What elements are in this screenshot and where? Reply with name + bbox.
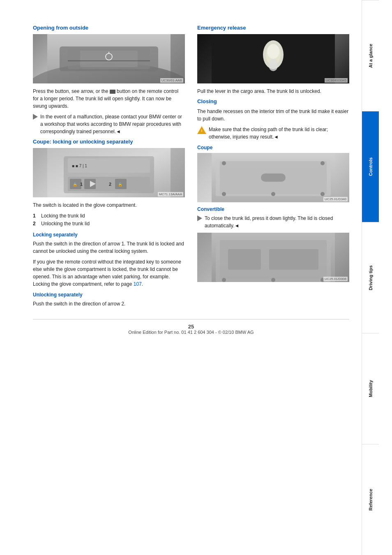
closing-heading: Closing (197, 98, 349, 104)
svg-point-30 (222, 192, 226, 196)
trunk-outside-image: UC30/01-AAB (33, 34, 185, 83)
svg-rect-39 (269, 249, 318, 270)
svg-rect-38 (228, 249, 261, 270)
unlocking-para: Push the switch in the direction of arro… (33, 300, 185, 308)
convertible-section: Convertible To close the trunk lid, pres… (197, 206, 349, 282)
svg-point-25 (267, 44, 279, 59)
footer-text: Online Edition for Part no. 01 41 2 604 … (128, 330, 254, 335)
glove-compartment-image: ■ ■ 7 | 1 🔒 1 2 (33, 148, 185, 197)
glove-image-label: MC71.13A/AAA (158, 192, 183, 197)
coupe-label: Coupe (197, 145, 349, 150)
svg-text:🔒: 🔒 (73, 182, 78, 187)
opening-para: Press the button, see arrow, or the butt… (33, 88, 185, 110)
closing-section: Closing The handle recesses on the inter… (197, 98, 349, 141)
svg-text:■ ■ 7 | 1: ■ ■ 7 | 1 (72, 164, 87, 168)
svg-point-32 (321, 192, 325, 196)
closing-para: The handle recesses on the interior trim… (197, 108, 349, 123)
left-column: Opening from outside (33, 25, 185, 311)
opening-heading: Opening from outside (33, 25, 185, 31)
svg-rect-29 (261, 173, 286, 182)
convertible-note-text: To close the trunk lid, press it down li… (205, 215, 349, 229)
list-item-2: 2 Unlocking the trunk lid (33, 220, 185, 228)
sidebar-tab-mobility[interactable]: Mobility (362, 333, 379, 444)
locking-para1: Push the switch in the direction of arro… (33, 240, 185, 255)
emergency-heading: Emergency release (197, 25, 349, 31)
coupe-section: Coupe: locking or unlocking separately (33, 139, 185, 308)
svg-point-33 (222, 161, 226, 165)
coupe-close-label: UC25.01/D340 (323, 197, 348, 201)
emergency-para: Pull the lever in the cargo area. The tr… (197, 88, 349, 95)
coupe-switch-para: The switch is located in the glove compa… (33, 201, 185, 209)
page-number: 25 (188, 324, 194, 330)
trunk-lid-list: 1 Locking the trunk lid 2 Unlocking the … (33, 212, 185, 228)
sidebar-tab-driving-tips[interactable]: Driving tips (362, 222, 379, 333)
sidebar-tab-at-a-glance[interactable]: At a glance (362, 0, 379, 111)
emergency-section: Emergency release UC30/E03345 (197, 25, 349, 95)
svg-text:🔓: 🔓 (118, 182, 123, 187)
sidebar-tab-controls[interactable]: Controls (362, 111, 379, 222)
emergency-image: UC30/E03345 (197, 34, 349, 83)
page-footer: 25 Online Edition for Part no. 01 41 2 6… (33, 319, 349, 335)
opening-section: Opening from outside (33, 25, 185, 135)
closing-warning-box: ! Make sure that the closing path of the… (197, 126, 349, 141)
svg-point-34 (321, 161, 325, 165)
note-play-icon (33, 114, 38, 120)
opening-note-box: In the event of a malfunction, please co… (33, 113, 185, 135)
convertible-note-box: To close the trunk lid, press it down li… (197, 215, 349, 229)
main-content: Opening from outside (0, 0, 362, 555)
right-sidebar: At a glance Controls Driving tips Mobili… (362, 0, 379, 555)
sidebar-tab-reference[interactable]: Reference (362, 444, 379, 555)
trunk-image-label: UC30/01-AAB (160, 78, 183, 83)
unlocking-heading: Unlocking separately (33, 292, 185, 298)
coupe-close-section: Coupe (197, 145, 349, 202)
opening-note-text: In the event of a malfunction, please co… (40, 113, 185, 135)
convertible-heading: Convertible (197, 206, 349, 212)
right-column: Emergency release UC30/E03345 (197, 25, 349, 311)
convertible-image: UC25.01/D006 (197, 233, 349, 282)
coupe-close-image: UC25.01/D340 (197, 153, 349, 202)
page-wrapper: Opening from outside (0, 0, 392, 555)
svg-point-31 (271, 192, 275, 196)
locking-para2: If you give the remote control without t… (33, 258, 185, 288)
two-column-layout: Opening from outside (33, 25, 349, 311)
coupe-heading: Coupe: locking or unlocking separately (33, 139, 185, 145)
locking-heading: Locking separately (33, 232, 185, 238)
svg-point-40 (222, 278, 226, 282)
convertible-play-icon (197, 215, 202, 221)
svg-text:2: 2 (109, 182, 111, 187)
svg-point-41 (271, 278, 275, 282)
emergency-image-label: UC30/E03345 (325, 78, 348, 83)
svg-text:1: 1 (80, 182, 83, 187)
convertible-image-label: UC25.01/D006 (323, 277, 348, 281)
list-item-1: 1 Locking the trunk lid (33, 212, 185, 220)
closing-warning-text: Make sure that the closing path of the t… (209, 126, 349, 141)
svg-rect-24 (269, 59, 277, 71)
